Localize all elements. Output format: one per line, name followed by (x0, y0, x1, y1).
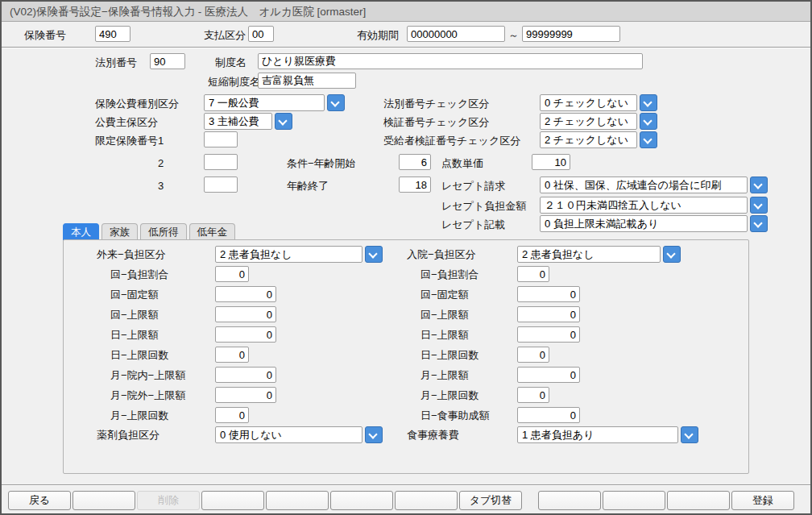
fn7-button[interactable] (395, 491, 458, 510)
right-row-label: 月−上限額 (420, 369, 469, 382)
point-unit-price-input[interactable] (532, 154, 570, 170)
meal-expense-value: 1 患者負担あり (517, 426, 678, 443)
law-number-check-combobox[interactable]: 0 チェックしない (540, 94, 657, 111)
right-monthly-count-limit-input[interactable] (517, 387, 549, 403)
short-system-name-input[interactable] (258, 73, 356, 89)
valid-to-input[interactable] (522, 26, 620, 42)
right-row-label: 回−固定額 (420, 289, 469, 301)
right-daily-meal-subsidy-input[interactable] (517, 407, 580, 423)
law-number-input[interactable] (150, 53, 185, 69)
right-burden-rate-input[interactable] (517, 266, 549, 282)
age-end-input[interactable] (399, 177, 431, 193)
outpatient-burden-class-combobox[interactable]: 2 患者負担なし (215, 246, 383, 263)
back-button[interactable]: 戻る (8, 491, 71, 510)
chevron-down-icon[interactable] (365, 246, 383, 263)
limited-no1-label: 1 (158, 135, 164, 147)
meal-expense-combobox[interactable]: 1 患者負担あり (517, 426, 698, 443)
insurance-public-type-value: 7 一般公費 (204, 94, 325, 111)
receipt-description-value: 0 負担上限未満記載あり (540, 215, 748, 232)
insurance-number-input[interactable] (95, 26, 130, 42)
chevron-down-icon[interactable] (750, 177, 768, 193)
header-separator (2, 47, 810, 48)
fn5-button[interactable] (266, 491, 329, 510)
tab-teinenkin[interactable]: 低年金 (189, 223, 236, 240)
valid-period-label: 有効期間 (357, 29, 399, 42)
meal-expense-label: 食事療養費 (407, 429, 459, 442)
limited-insurance-1-input[interactable] (204, 131, 238, 147)
fn2-button[interactable] (72, 491, 135, 510)
valid-from-input[interactable] (407, 26, 505, 42)
right-row-label: 日−上限額 (420, 329, 469, 342)
chevron-down-icon[interactable] (640, 131, 657, 148)
left-row-label: 月−院外−上限額 (110, 389, 185, 402)
tab-honnin[interactable]: 本人 (63, 223, 99, 240)
tab-kazoku[interactable]: 家族 (102, 223, 138, 240)
insurance-public-type-combobox[interactable]: 7 一般公費 (204, 94, 345, 111)
chevron-down-icon[interactable] (365, 426, 383, 443)
right-per-visit-limit-input[interactable] (517, 306, 580, 322)
inpatient-burden-class-combobox[interactable]: 2 患者負担なし (517, 246, 681, 263)
chevron-down-icon[interactable] (681, 426, 698, 443)
limited-insurance-2-input[interactable] (204, 154, 238, 170)
outpatient-burden-class-value: 2 患者負担なし (215, 246, 362, 263)
inpatient-burden-class-label: 入院−負担区分 (407, 248, 476, 261)
fn11-button[interactable] (667, 491, 730, 510)
app-window: (V02)保険番号設定−保険番号情報入力 - 医療法人 オルカ医院 [ormas… (0, 0, 812, 515)
recipient-verify-check-combobox[interactable]: 2 チェックしない (540, 131, 657, 148)
chevron-down-icon[interactable] (327, 94, 345, 111)
drug-burden-class-combobox[interactable]: 0 使用しない (215, 426, 383, 443)
left-fixed-amount-input[interactable] (215, 286, 276, 302)
left-monthly-external-limit-input[interactable] (215, 387, 276, 403)
left-per-visit-limit-input[interactable] (215, 306, 276, 322)
right-fixed-amount-input[interactable] (517, 286, 580, 302)
drug-burden-class-value: 0 使用しない (215, 426, 362, 443)
left-daily-count-limit-input[interactable] (215, 347, 249, 363)
chevron-down-icon[interactable] (750, 215, 768, 232)
chevron-down-icon[interactable] (663, 246, 681, 263)
fn9-button[interactable] (538, 491, 601, 510)
chevron-down-icon[interactable] (640, 94, 657, 111)
public-main-class-combobox[interactable]: 3 主補公費 (204, 113, 292, 130)
receipt-burden-amount-combobox[interactable]: ２１０円未満四捨五入しない (540, 197, 768, 214)
system-name-input[interactable] (258, 53, 643, 69)
right-daily-count-limit-input[interactable] (517, 347, 549, 363)
left-row-label: 日−上限回数 (110, 349, 169, 362)
right-row-label: 回−上限額 (420, 309, 469, 322)
chevron-down-icon[interactable] (275, 113, 292, 130)
tab-switch-button[interactable]: タブ切替 (459, 491, 522, 510)
fn4-button[interactable] (201, 491, 264, 510)
right-monthly-limit-input[interactable] (517, 367, 580, 383)
chevron-down-icon[interactable] (750, 197, 768, 214)
right-row-label: 月−上限回数 (420, 389, 479, 402)
receipt-burden-amount-label: レセプト負担金額 (441, 200, 526, 213)
tab-teishotoku[interactable]: 低所得 (140, 223, 187, 240)
condition-age-start-input[interactable] (399, 154, 431, 170)
outpatient-burden-class-label: 外来−負担区分 (97, 248, 166, 261)
left-monthly-count-limit-input[interactable] (215, 407, 249, 423)
limited-no3-label: 3 (158, 180, 164, 193)
payment-class-input[interactable] (248, 26, 274, 42)
law-number-check-label: 法別番号チェック区分 (383, 98, 489, 110)
recipient-verify-check-value: 2 チェックしない (540, 131, 637, 148)
left-monthly-inhouse-limit-input[interactable] (215, 367, 276, 383)
footer-button-group-2: タブ切替 (266, 491, 522, 510)
receipt-claim-combobox[interactable]: 0 社保、国保、広域連合の場合に印刷 (540, 177, 768, 193)
right-daily-limit-input[interactable] (517, 326, 580, 343)
receipt-description-combobox[interactable]: 0 負担上限未満記載あり (540, 215, 768, 232)
fn6-button[interactable] (330, 491, 393, 510)
fn10-button[interactable] (603, 491, 665, 510)
payment-class-label: 支払区分 (204, 29, 246, 42)
left-daily-limit-input[interactable] (215, 326, 276, 343)
receipt-claim-value: 0 社保、国保、広域連合の場合に印刷 (540, 177, 748, 193)
limited-insurance-3-input[interactable] (204, 177, 238, 193)
system-name-label: 制度名 (215, 56, 246, 69)
register-button[interactable]: 登録 (731, 491, 794, 510)
delete-button[interactable]: 削除 (137, 491, 200, 510)
left-burden-rate-input[interactable] (215, 266, 249, 282)
verify-number-check-combobox[interactable]: 2 チェックしない (540, 113, 657, 130)
chevron-down-icon[interactable] (640, 113, 657, 130)
left-row-label: 回−上限額 (110, 309, 159, 322)
receipt-burden-amount-value: ２１０円未満四捨五入しない (540, 197, 748, 214)
right-row-label: 日−上限回数 (420, 349, 479, 362)
footer-button-group-3: 登録 (538, 491, 794, 510)
